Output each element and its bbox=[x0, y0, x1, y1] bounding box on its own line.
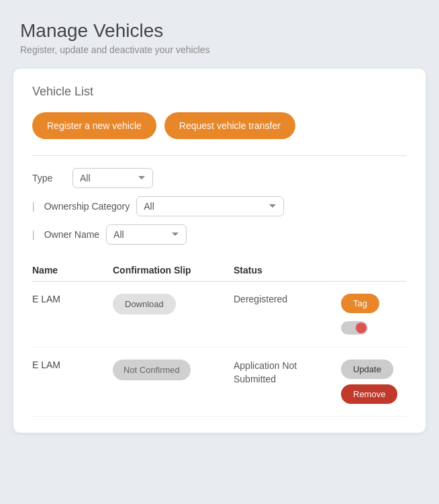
filters-section: Type All | Ownership Category All | Owne… bbox=[32, 168, 407, 245]
tag-button[interactable]: Tag bbox=[341, 294, 379, 313]
owner-filter-row: | Owner Name All bbox=[32, 224, 407, 245]
toggle-track[interactable] bbox=[341, 321, 368, 335]
download-button[interactable]: Download bbox=[113, 294, 176, 314]
owner-separator: | bbox=[32, 229, 35, 240]
row1-confirmation-slip: Download bbox=[113, 294, 234, 314]
row2-status: Application Not Submitted bbox=[234, 360, 341, 386]
request-vehicle-transfer-button[interactable]: Request vehicle transfer bbox=[164, 112, 295, 139]
owner-filter-label: Owner Name bbox=[44, 229, 99, 240]
owner-filter-select[interactable]: All bbox=[106, 224, 187, 245]
card-title: Vehicle List bbox=[32, 85, 407, 99]
toggle-knob bbox=[356, 323, 367, 333]
header-actions bbox=[341, 265, 407, 276]
ownership-filter-select[interactable]: All bbox=[136, 196, 284, 216]
toggle-switch[interactable] bbox=[341, 321, 368, 335]
header-status: Status bbox=[234, 265, 341, 276]
divider bbox=[32, 155, 407, 156]
row2-name: E LAM bbox=[32, 360, 113, 370]
row1-name: E LAM bbox=[32, 294, 113, 304]
row2-confirmation-slip: Not Confirmed bbox=[113, 360, 234, 380]
not-confirmed-button[interactable]: Not Confirmed bbox=[113, 360, 191, 380]
remove-button[interactable]: Remove bbox=[341, 384, 397, 404]
row1-actions: Tag bbox=[341, 294, 407, 335]
table-header: Name Confirmation Slip Status bbox=[32, 259, 407, 282]
update-button[interactable]: Update bbox=[341, 360, 393, 379]
type-filter-row: Type All bbox=[32, 168, 407, 188]
ownership-filter-label: Ownership Category bbox=[44, 201, 130, 212]
ownership-separator: | bbox=[32, 201, 35, 212]
type-filter-select[interactable]: All bbox=[72, 168, 153, 188]
table-row: E LAM Not Confirmed Application Not Subm… bbox=[32, 347, 407, 417]
ownership-filter-row: | Ownership Category All bbox=[32, 196, 407, 216]
vehicle-list-card: Vehicle List Register a new vehicle Requ… bbox=[13, 69, 426, 433]
type-filter-label: Type bbox=[32, 173, 66, 183]
page-subtitle: Register, update and deactivate your veh… bbox=[20, 44, 426, 55]
header-name: Name bbox=[32, 265, 113, 276]
page-title: Manage Vehicles bbox=[20, 20, 426, 42]
actions-row: Register a new vehicle Request vehicle t… bbox=[32, 112, 407, 139]
row1-status: Deregistered bbox=[234, 294, 341, 304]
page-header: Manage Vehicles Register, update and dea… bbox=[13, 20, 426, 55]
row2-actions: Update Remove bbox=[341, 360, 407, 404]
table-row: E LAM Download Deregistered Tag bbox=[32, 282, 407, 347]
header-confirmation-slip: Confirmation Slip bbox=[113, 265, 234, 276]
register-new-vehicle-button[interactable]: Register a new vehicle bbox=[32, 112, 156, 139]
